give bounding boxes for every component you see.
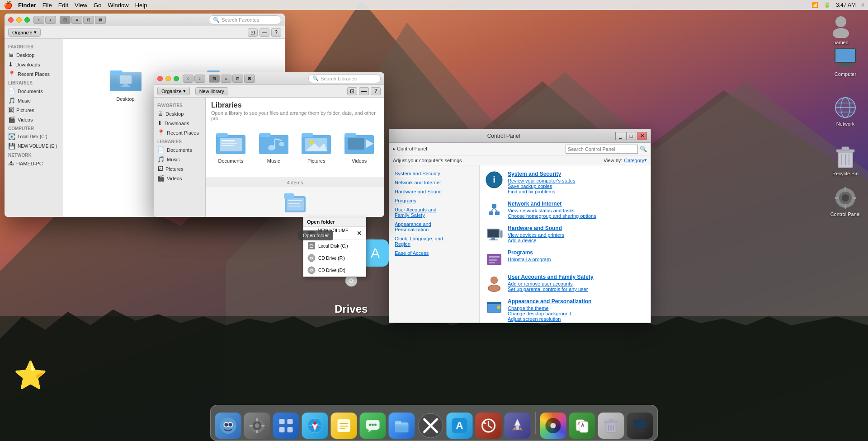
dock-installer[interactable] bbox=[418, 413, 444, 439]
drive-item-cdf[interactable]: CD Drive (F:) bbox=[303, 252, 366, 264]
drive-item-cdd[interactable]: CD Drive (D:) bbox=[303, 264, 366, 277]
sidebar-item-pictures[interactable]: 🖼 Pictures bbox=[5, 105, 63, 115]
user-title[interactable]: User Accounts and Family Safety bbox=[508, 274, 645, 280]
user-link1[interactable]: Add or remove user accounts bbox=[508, 281, 645, 286]
appearance-link1[interactable]: Change the theme bbox=[508, 305, 645, 311]
desktop-icon-network[interactable]: Network bbox=[827, 95, 863, 127]
sidebar2-pictures[interactable]: 🖼 Pictures bbox=[154, 164, 205, 174]
cp-search-icon[interactable]: 🔍 bbox=[640, 145, 647, 152]
cp-nav-network[interactable]: Network and Internet bbox=[389, 178, 479, 187]
window-help-btn-2[interactable]: ? bbox=[371, 87, 381, 95]
menubar-go[interactable]: Go bbox=[94, 2, 101, 9]
menubar-wifi-icon[interactable]: 📶 bbox=[811, 2, 818, 8]
sidebar2-recent[interactable]: 📍 Recent Places bbox=[154, 128, 205, 137]
menubar-edit[interactable]: Edit bbox=[58, 2, 68, 9]
cp-close-btn[interactable]: ✕ bbox=[637, 132, 647, 140]
maximize-button-1[interactable] bbox=[24, 17, 30, 23]
minimize-button-1[interactable] bbox=[16, 17, 22, 23]
cp-category-btn[interactable]: Category bbox=[624, 158, 644, 163]
user-link2[interactable]: Set up parental controls for any user bbox=[508, 286, 645, 292]
cp-nav-clock[interactable]: Clock, Language, andRegion bbox=[389, 234, 479, 249]
cp-nav-appearance[interactable]: Appearance andPersonalization bbox=[389, 220, 479, 234]
sidebar-item-recent[interactable]: 📍 Recent Places bbox=[5, 69, 63, 79]
dock-files[interactable] bbox=[389, 413, 415, 439]
lib-pictures[interactable]: Pictures bbox=[302, 131, 331, 164]
hardware-title[interactable]: Hardware and Sound bbox=[508, 225, 645, 231]
system-link2[interactable]: Save backup copies bbox=[508, 183, 645, 189]
file-item-desktop[interactable]: Desktop bbox=[110, 66, 142, 102]
dock-time-machine[interactable] bbox=[476, 413, 502, 439]
menubar-window[interactable]: Window bbox=[108, 2, 128, 9]
programs-link1[interactable]: Uninstall a program bbox=[508, 257, 645, 262]
window-size-btn-1[interactable]: ⊡ bbox=[248, 28, 258, 37]
sidebar-item-videos[interactable]: 🎬 Videos bbox=[5, 115, 63, 124]
dock-messages[interactable] bbox=[360, 413, 386, 439]
column-view-2[interactable]: ⊟ bbox=[232, 75, 243, 83]
dock-screensaver[interactable] bbox=[627, 413, 653, 439]
desktop-icon-computer[interactable]: Computer bbox=[827, 45, 863, 77]
desktop-icon-recycle-bin[interactable]: Recycle Bin bbox=[827, 145, 863, 177]
sidebar2-downloads[interactable]: ⬇ Downloads bbox=[154, 118, 205, 128]
sidebar2-videos[interactable]: 🎬 Videos bbox=[154, 174, 205, 183]
sidebar-item-hamedpc[interactable]: 🖧 HAMED-PC bbox=[5, 159, 63, 168]
menubar-menu-icon[interactable]: ≡ bbox=[861, 2, 864, 8]
menubar-file[interactable]: File bbox=[42, 2, 52, 9]
window-min-btn-2[interactable]: — bbox=[359, 87, 369, 95]
organize-button-2[interactable]: Organize ▾ bbox=[157, 87, 190, 95]
menubar-finder[interactable]: Finder bbox=[18, 2, 36, 9]
sidebar2-documents[interactable]: 📄 Documents bbox=[154, 145, 205, 155]
vole-eject-icon[interactable]: ✕ bbox=[357, 230, 362, 237]
lib-videos[interactable]: Videos bbox=[344, 131, 374, 164]
programs-title[interactable]: Programs bbox=[508, 249, 645, 256]
cp-nav-hardware[interactable]: Hardware and Sound bbox=[389, 187, 479, 196]
dock-system-prefs[interactable] bbox=[244, 413, 270, 439]
sidebar-item-downloads[interactable]: ⬇ Downloads bbox=[5, 60, 63, 69]
system-link3[interactable]: Find and fix problems bbox=[508, 189, 645, 194]
sidebar-item-music[interactable]: 🎵 Music bbox=[5, 96, 63, 105]
open-folder-button[interactable]: Open folder bbox=[298, 230, 333, 240]
appearance-link3[interactable]: Adjust screen resolution bbox=[508, 316, 645, 322]
hardware-link1[interactable]: View devices and printers bbox=[508, 232, 645, 238]
network-link2[interactable]: Choose homegroup and sharing options bbox=[508, 213, 645, 219]
list-view-1[interactable]: ≡ bbox=[71, 16, 82, 24]
icon-view-2[interactable]: ⊞ bbox=[209, 75, 220, 83]
window-help-btn-1[interactable]: ? bbox=[271, 28, 281, 37]
coverflow-view-1[interactable]: ⊠ bbox=[95, 16, 106, 24]
dock-appstore[interactable]: A bbox=[447, 413, 473, 439]
desktop-icon-control-panel[interactable]: Control Panel bbox=[827, 185, 863, 217]
cp-minimize-btn[interactable]: _ bbox=[615, 132, 625, 140]
cp-search-input[interactable] bbox=[566, 145, 638, 154]
network-link1[interactable]: View network status and tasks bbox=[508, 208, 645, 213]
coverflow-view-2[interactable]: ⊠ bbox=[244, 75, 255, 83]
system-title[interactable]: System and Security bbox=[508, 171, 645, 177]
dock-notes[interactable] bbox=[331, 413, 357, 439]
appearance-title[interactable]: Appearance and Personalization bbox=[508, 298, 645, 305]
cp-nav-system[interactable]: System and Security bbox=[389, 169, 479, 178]
sidebar-item-desktop[interactable]: 🖥 Desktop bbox=[5, 50, 63, 60]
lib-music[interactable]: Music bbox=[259, 131, 288, 164]
drive-item-localc[interactable]: Local Disk (C:) bbox=[303, 240, 366, 252]
back-button-2[interactable]: ‹ bbox=[183, 75, 193, 83]
sidebar2-desktop[interactable]: 🖥 Desktop bbox=[154, 109, 205, 118]
window-size-btn-2[interactable]: ⊡ bbox=[347, 87, 357, 95]
dock-rocket[interactable] bbox=[505, 413, 531, 439]
search-box-1[interactable]: 🔍 Search Favorites bbox=[209, 15, 281, 24]
organize-button-1[interactable]: Organize ▾ bbox=[8, 28, 41, 37]
dock-safari[interactable] bbox=[302, 413, 328, 439]
back-button-1[interactable]: ‹ bbox=[33, 16, 44, 24]
apple-menu[interactable]: 🍎 bbox=[4, 1, 13, 9]
system-link1[interactable]: Review your computer's status bbox=[508, 178, 645, 183]
close-button-1[interactable] bbox=[8, 17, 14, 23]
cp-maximize-btn[interactable]: □ bbox=[626, 132, 636, 140]
search-box-2[interactable]: 🔍 Search Libraries bbox=[308, 74, 381, 83]
minimize-button-2[interactable] bbox=[165, 76, 171, 81]
cp-nav-ease[interactable]: Ease of Access bbox=[389, 249, 479, 258]
dock-photos[interactable] bbox=[540, 413, 566, 439]
forward-button-2[interactable]: › bbox=[194, 75, 205, 83]
window-min-btn-1[interactable]: — bbox=[259, 28, 269, 37]
cp-nav-programs[interactable]: Programs bbox=[389, 196, 479, 205]
cp-category-arrow[interactable]: ▾ bbox=[644, 157, 647, 163]
dock-solitaire[interactable]: A A bbox=[569, 413, 595, 439]
maximize-button-2[interactable] bbox=[174, 76, 179, 81]
menubar-view[interactable]: View bbox=[75, 2, 87, 9]
